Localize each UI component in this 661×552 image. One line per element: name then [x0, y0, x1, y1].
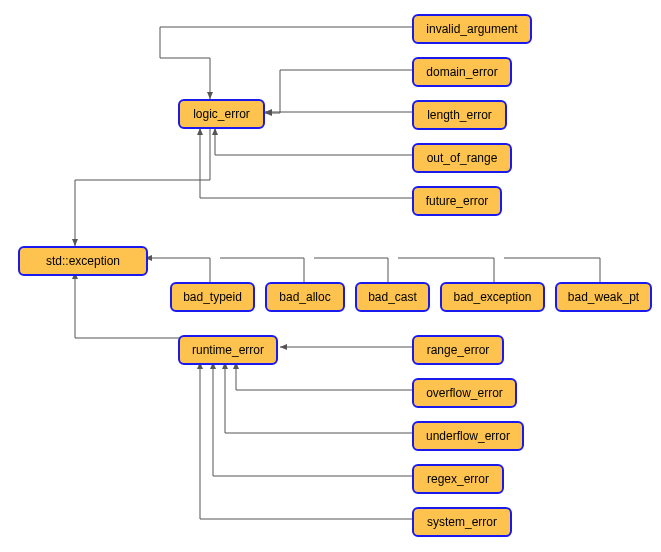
node-out-of-range: out_of_range: [412, 143, 512, 173]
node-runtime-error: runtime_error: [178, 335, 278, 365]
node-bad-cast: bad_cast: [355, 282, 430, 312]
node-system-error: system_error: [412, 507, 512, 537]
node-future-error: future_error: [412, 186, 502, 216]
node-domain-error: domain_error: [412, 57, 512, 87]
node-length-error: length_error: [412, 100, 507, 130]
node-logic-error: logic_error: [178, 99, 265, 129]
node-overflow-error: overflow_error: [412, 378, 517, 408]
node-bad-alloc: bad_alloc: [265, 282, 345, 312]
node-bad-weak-pt: bad_weak_pt: [555, 282, 652, 312]
node-regex-error: regex_error: [412, 464, 504, 494]
node-std-exception: std::exception: [18, 246, 148, 276]
node-bad-exception: bad_exception: [440, 282, 545, 312]
node-invalid-argument: invalid_argument: [412, 14, 532, 44]
node-bad-typeid: bad_typeid: [170, 282, 255, 312]
node-underflow-error: underflow_error: [412, 421, 524, 451]
node-range-error: range_error: [412, 335, 504, 365]
